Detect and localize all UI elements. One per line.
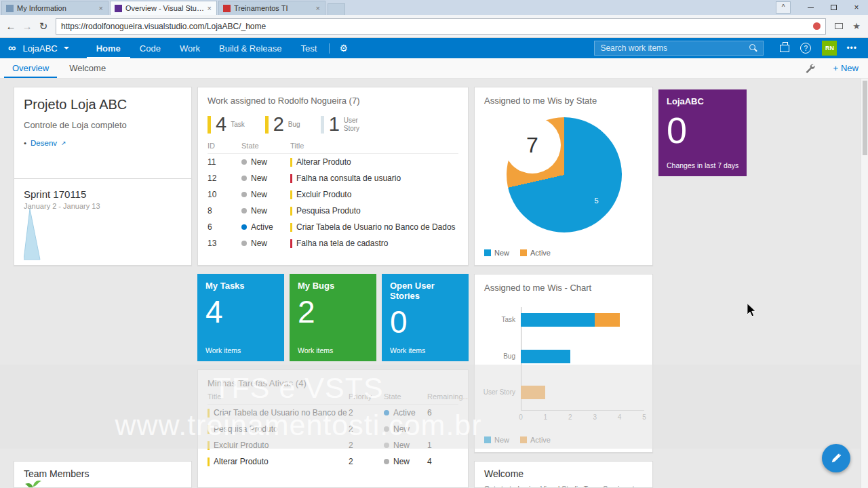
state-dot-icon xyxy=(241,176,247,181)
tab-close-icon[interactable]: × xyxy=(314,4,322,12)
project-card-description: Controle de Loja completo xyxy=(24,120,182,130)
forward-button[interactable]: → xyxy=(19,20,35,32)
legend-label: New xyxy=(494,249,509,257)
query-tile-value: 4 xyxy=(205,296,276,327)
sprint-title: Sprint 170115 xyxy=(24,188,182,200)
url-input[interactable] xyxy=(61,22,809,31)
screen: My Information × Overview - Visual Studi… xyxy=(0,0,868,488)
tarefa-row[interactable]: Excluir Produto 2 New 1 xyxy=(208,437,458,453)
work-item-state: New xyxy=(241,239,290,248)
visual-studio-logo[interactable]: ∞ xyxy=(8,43,16,54)
settings-gear-icon[interactable]: ⚙ xyxy=(332,38,355,58)
project-switcher[interactable]: LojaABC xyxy=(22,43,68,54)
work-item-title-link[interactable]: Excluir Produto xyxy=(296,190,351,199)
query-tile-title: My Bugs xyxy=(298,281,368,291)
work-item-row[interactable]: 8 New Pesquisa Produto xyxy=(208,203,458,219)
welcome-title: Welcome xyxy=(484,468,643,479)
legend-swatch xyxy=(484,436,491,443)
column-state: State xyxy=(241,142,290,150)
favorites-button[interactable]: ★ xyxy=(848,18,865,35)
wis-by-state-title: Assigned to me Wis by State xyxy=(484,96,643,106)
nav-item-test[interactable]: Test xyxy=(292,38,327,58)
url-field[interactable] xyxy=(56,18,826,35)
tab-overview[interactable]: Overview xyxy=(4,58,57,78)
state-label: New xyxy=(393,457,410,466)
work-item-title-link[interactable]: Criar Tabela de Usuario no Banco de Dado… xyxy=(296,222,456,232)
tarefa-row[interactable]: Criar Tabela de Usuario no Banco de Dado… xyxy=(208,405,458,421)
scrollbar-thumb[interactable] xyxy=(863,81,867,155)
close-button[interactable]: × xyxy=(845,0,868,15)
work-item-title-link[interactable]: Falha na consulta de usuario xyxy=(296,174,401,183)
maximize-button[interactable] xyxy=(822,0,845,15)
tarefa-row[interactable]: Alterar Produto 2 New 4 xyxy=(208,453,458,470)
help-icon[interactable]: ? xyxy=(800,43,811,54)
nav-item-home[interactable]: Home xyxy=(87,38,130,58)
legend-swatch xyxy=(520,436,527,443)
page-scrollbar[interactable] xyxy=(861,79,868,488)
tarefa-title-link[interactable]: Pesquisa Produto xyxy=(214,424,278,434)
work-item-title-cell: Criar Tabela de Usuario no Banco de Dado… xyxy=(290,222,458,232)
edit-dashboard-button[interactable] xyxy=(822,444,850,472)
browser-tab-my-information[interactable]: My Information × xyxy=(1,1,108,15)
tarefa-title-link[interactable]: Alterar Produto xyxy=(214,457,269,466)
tab-close-icon[interactable]: × xyxy=(205,4,214,12)
tarefa-title-link[interactable]: Criar Tabela de Usuario no Banco de Dado… xyxy=(214,408,349,418)
legend-item: New xyxy=(484,436,509,444)
nav-item-code[interactable]: Code xyxy=(130,38,170,58)
external-link-icon: ↗ xyxy=(61,140,66,146)
work-item-row[interactable]: 6 Active Criar Tabela de Usuario no Banc… xyxy=(208,219,458,235)
tab-welcome[interactable]: Welcome xyxy=(61,58,114,78)
work-type-count-label: User Story xyxy=(344,117,368,132)
browser-tab-treinamentos[interactable]: Treinamentos TI × xyxy=(218,1,326,15)
welcome-text: Get started using Visual Studio Team Ser… xyxy=(484,485,643,488)
nav-separator xyxy=(329,43,330,54)
search-icon[interactable] xyxy=(749,44,757,52)
new-widget-button[interactable]: + New xyxy=(833,63,859,73)
new-tab-button[interactable] xyxy=(328,3,345,15)
tarefa-state: New xyxy=(384,457,427,466)
bar-segment xyxy=(521,313,595,327)
tab-favicon xyxy=(115,5,122,12)
avatar[interactable]: RN xyxy=(822,41,837,56)
tarefa-title-link[interactable]: Excluir Produto xyxy=(214,441,269,450)
work-item-title-link[interactable]: Falha na tela de cadastro xyxy=(296,239,388,248)
work-item-row[interactable]: 10 New Excluir Produto xyxy=(208,186,458,203)
nav-item-work[interactable]: Work xyxy=(170,38,210,58)
tab-favicon xyxy=(6,5,14,12)
tab-close-icon[interactable]: × xyxy=(97,4,105,12)
state-dot-icon xyxy=(241,208,247,214)
code-changes-tile[interactable]: LojaABC 0 Changes in last 7 days xyxy=(658,89,747,176)
work-assigned-card: Work assigned to Rodolfo Nogueira (7) 4 … xyxy=(197,87,469,266)
reading-view-button[interactable] xyxy=(830,18,848,35)
tarefa-row[interactable]: Pesquisa Produto 2 New xyxy=(208,421,458,437)
more-options-icon[interactable]: ••• xyxy=(846,43,857,53)
configure-wrench-icon[interactable] xyxy=(805,63,815,73)
work-type-counts: 4 Task 2 Bug 1 User Story xyxy=(208,113,458,136)
work-item-row[interactable]: 12 New Falha na consulta de usuario xyxy=(208,170,458,186)
state-label: New xyxy=(251,190,267,199)
work-item-id: 11 xyxy=(208,157,241,167)
column-state: State xyxy=(384,392,427,401)
back-button[interactable]: ← xyxy=(3,20,19,32)
work-item-state: New xyxy=(241,174,290,183)
refresh-button[interactable]: ↻ xyxy=(35,20,52,33)
desenv-link[interactable]: Desenv xyxy=(31,139,57,147)
work-item-type-bar xyxy=(290,174,292,183)
query-tile[interactable]: Open User Stories 0 Work items xyxy=(382,274,469,361)
search-input[interactable] xyxy=(600,43,749,53)
legend-label: Active xyxy=(530,249,551,257)
reading-view-icon xyxy=(835,23,843,29)
work-item-row[interactable]: 13 New Falha na tela de cadastro xyxy=(208,235,458,251)
work-item-title-link[interactable]: Pesquisa Produto xyxy=(296,206,361,216)
browser-tab-overview[interactable]: Overview - Visual Studio × xyxy=(110,1,217,15)
work-item-title-link[interactable]: Alterar Produto xyxy=(296,157,351,167)
scroll-top-button[interactable]: ^ xyxy=(776,1,791,14)
marketplace-bag-icon[interactable] xyxy=(780,45,789,52)
work-item-row[interactable]: 11 New Alterar Produto xyxy=(208,154,458,170)
query-tile[interactable]: My Bugs 2 Work items xyxy=(290,274,376,361)
search-box[interactable] xyxy=(594,41,764,56)
minimize-button[interactable] xyxy=(799,0,822,15)
nav-item-build-release[interactable]: Build & Release xyxy=(210,38,292,58)
password-manager-icon[interactable] xyxy=(813,22,821,30)
query-tile[interactable]: My Tasks 4 Work items xyxy=(197,274,284,361)
